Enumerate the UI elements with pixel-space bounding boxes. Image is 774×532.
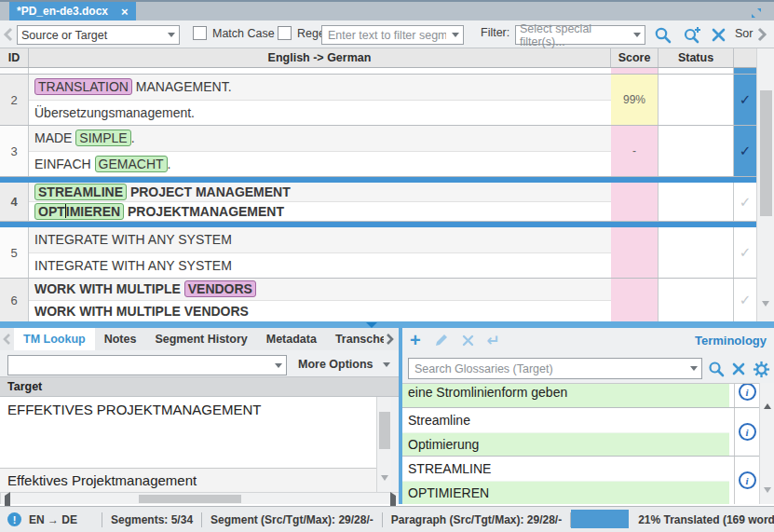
glossary-term-highlight: GEMACHT <box>95 156 168 172</box>
segment-row-partial[interactable] <box>0 68 756 75</box>
chevron-left-icon[interactable] <box>3 27 13 42</box>
edit-term-icon[interactable] <box>434 333 449 348</box>
segment-id[interactable]: 3 <box>0 126 29 176</box>
segment-id[interactable]: 4 <box>0 183 29 221</box>
tm-horizontal-scrollbar[interactable] <box>0 492 399 504</box>
glossary-search-input[interactable] <box>413 361 686 376</box>
tab-notes[interactable]: Notes <box>95 328 146 350</box>
tabs-scroll-left-icon[interactable] <box>0 328 14 350</box>
segment-source[interactable]: STREAMLINE PROJECT MANAGEMENT <box>29 183 611 202</box>
segment-source[interactable]: TRANSLATION MANAGEMENT. <box>29 75 611 101</box>
terminology-title: Terminology <box>695 334 767 348</box>
segment-target[interactable]: INTEGRATE WITH ANY SYSTEM <box>29 253 611 279</box>
panel-splitter[interactable] <box>0 321 774 328</box>
col-header-id: ID <box>0 48 29 67</box>
tab-tm-lookup[interactable]: TM Lookup <box>14 328 95 350</box>
add-term-icon[interactable]: + <box>410 330 421 351</box>
term-target: eine Stromlinienform geben <box>402 383 729 407</box>
chevron-down-icon <box>690 366 698 371</box>
tabs-scroll-right-icon[interactable] <box>384 328 396 350</box>
active-segment-row[interactable]: 4 STREAMLINE PROJECT MANAGEMENT OPTIMIER… <box>0 183 756 222</box>
special-filter-label: Filter: <box>481 26 509 39</box>
scroll-up-icon[interactable] <box>762 75 769 91</box>
paragraph-char-counts: Paragraph (Src/Tgt/Max): 29/28/- <box>391 513 562 526</box>
segment-id[interactable]: 6 <box>0 279 29 321</box>
score-cell: - <box>611 126 659 176</box>
status-cell <box>659 227 734 278</box>
match-case-checkbox[interactable]: Match Case <box>193 26 275 40</box>
scrollbar-thumb[interactable] <box>760 90 772 216</box>
segment-source[interactable]: WORK WITH MULTIPLE VENDORS <box>29 279 611 301</box>
term-info-icon[interactable]: i <box>739 423 756 441</box>
tm-search-combo[interactable] <box>7 355 287 375</box>
filter-text-input[interactable] <box>326 28 448 43</box>
tm-result-item[interactable]: EFFEKTIVES PROJEKTMANAGEMENT <box>0 397 376 468</box>
tm-result-item[interactable]: Effektives Projektmanagement <box>0 468 376 492</box>
checkbox-icon[interactable] <box>278 26 292 40</box>
chevron-right-icon[interactable] <box>757 27 767 42</box>
tm-panel-tabs: TM Lookup Notes Segment History Metadata… <box>0 328 399 350</box>
delete-term-icon[interactable] <box>462 334 474 347</box>
terminology-vertical-scrollbar[interactable] <box>759 383 774 504</box>
insert-term-icon[interactable]: ↵ <box>487 331 500 350</box>
tm-vertical-scrollbar[interactable] <box>376 397 391 492</box>
search-icon[interactable] <box>654 26 672 44</box>
close-icon[interactable]: × <box>121 6 129 18</box>
term-entry[interactable]: Streamline Optimierung i <box>402 408 759 457</box>
sort-button[interactable]: Sor <box>735 27 753 40</box>
info-icon[interactable]: ! <box>7 512 21 526</box>
glossary-term-highlight: SIMPLE <box>75 130 130 146</box>
segment-source[interactable]: MADE SIMPLE. <box>29 126 611 152</box>
segment-target[interactable]: Übersetzungsmanagement. <box>29 101 611 126</box>
col-header-score: Score <box>611 48 659 67</box>
scroll-up-icon[interactable] <box>764 388 771 404</box>
term-info-icon[interactable]: i <box>739 471 756 489</box>
glossary-term-highlight: OPTIMIEREN <box>34 203 124 220</box>
status-cell <box>659 75 734 125</box>
grid-header: ID English -> German Score Status <box>0 48 756 68</box>
segment-target-editing[interactable]: OPTIMIEREN PROJEKTMANAGEMENT <box>29 202 611 221</box>
language-pair: EN → DE <box>29 513 77 526</box>
scrollbar-thumb[interactable] <box>139 495 241 503</box>
term-info-icon[interactable]: i <box>739 383 756 401</box>
grid-vertical-scrollbar[interactable] <box>756 48 774 321</box>
segment-row[interactable]: 5 INTEGRATE WITH ANY SYSTEM INTEGRATE WI… <box>0 227 756 279</box>
tab-metadata[interactable]: Metadata <box>257 328 326 350</box>
glossary-settings-gear-icon[interactable] <box>753 361 770 378</box>
segment-target[interactable]: EINFACH GEMACHT. <box>29 152 611 177</box>
more-options-button[interactable]: More Options <box>298 358 390 371</box>
terminology-list: eine Stromlinienform geben i Streamline … <box>402 383 759 504</box>
app-window: *PD_en-de3.docx × Source or Target Match… <box>0 0 774 532</box>
translation-progress-bar: 21% Translated (169 words left) <box>571 507 774 532</box>
search-next-icon[interactable] <box>683 26 701 44</box>
segment-target[interactable]: WORK WITH MULTIPLE VENDORS <box>29 301 611 322</box>
segment-id[interactable]: 2 <box>0 75 29 125</box>
scrollbar-thumb[interactable] <box>379 412 390 449</box>
segment-char-counts: Segment (Src/Tgt/Max): 29/28/- <box>210 513 373 526</box>
tab-segment-history[interactable]: Segment History <box>145 328 256 350</box>
segment-id[interactable]: 5 <box>0 227 29 278</box>
glossary-clear-icon[interactable] <box>732 362 745 375</box>
tm-target-column-header: Target <box>0 376 399 397</box>
segment-row[interactable]: 6 WORK WITH MULTIPLE VENDORS WORK WITH M… <box>0 279 756 321</box>
score-cell: 99% <box>611 75 659 125</box>
term-entry[interactable]: STREAMLINE OPTIMIEREN i <box>402 457 759 504</box>
confirmed-check-icon: ✓ <box>734 75 756 125</box>
segment-source[interactable]: INTEGRATE WITH ANY SYSTEM <box>29 227 611 253</box>
glossary-search-combo[interactable] <box>408 358 702 379</box>
term-source: Streamline <box>402 408 735 432</box>
segment-row[interactable]: 2 TRANSLATION MANAGEMENT. Übersetzungsma… <box>0 75 756 126</box>
special-filter-value: Select special filter(s)... <box>520 22 630 48</box>
clear-filter-icon[interactable] <box>712 28 726 42</box>
glossary-search-icon[interactable] <box>708 361 725 377</box>
segment-row[interactable]: 3 MADE SIMPLE. EINFACH GEMACHT. - ✓ <box>0 126 756 177</box>
document-tab[interactable]: *PD_en-de3.docx × <box>9 2 136 20</box>
term-entry[interactable]: eine Stromlinienform geben i <box>402 383 759 408</box>
checkbox-icon[interactable] <box>193 26 207 40</box>
filter-text-combo[interactable] <box>321 25 464 45</box>
score-cell <box>611 183 659 221</box>
segment-grid: 2 TRANSLATION MANAGEMENT. Übersetzungsma… <box>0 68 756 321</box>
tab-transcheck[interactable]: Transcheck <box>326 328 384 350</box>
search-scope-select[interactable]: Source or Target <box>17 25 180 45</box>
special-filter-select[interactable]: Select special filter(s)... <box>515 25 645 45</box>
